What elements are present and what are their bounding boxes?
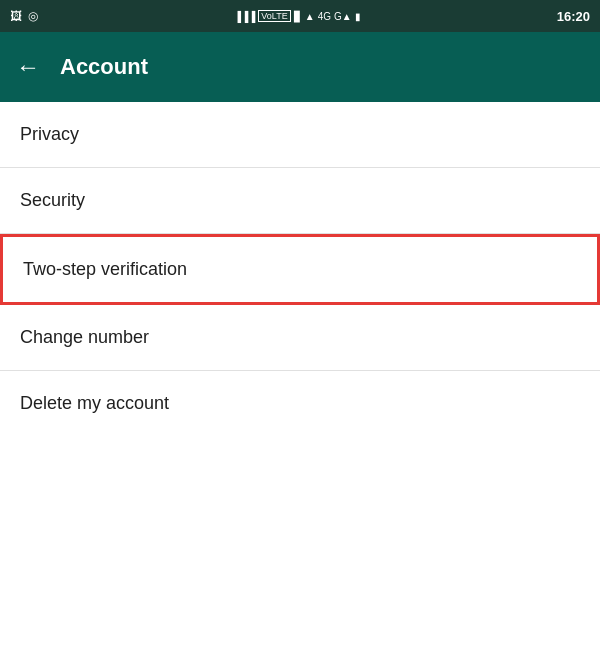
battery-indicator-icon: ▊ bbox=[294, 11, 302, 22]
page-title: Account bbox=[60, 54, 148, 80]
status-bar: 🖼 ◎ ▐▐▐ VoLTE ▊ ▲ 4G G▲ ▮ 16:20 bbox=[0, 0, 600, 32]
account-menu-list: PrivacySecurityTwo-step verificationChan… bbox=[0, 102, 600, 436]
whatsapp-icon: ◎ bbox=[28, 9, 38, 23]
back-button[interactable]: ← bbox=[16, 55, 40, 79]
status-center-icons: ▐▐▐ VoLTE ▊ ▲ 4G G▲ ▮ bbox=[234, 10, 361, 22]
clock: 16:20 bbox=[557, 9, 590, 24]
signal-icon: ▐▐▐ bbox=[234, 11, 255, 22]
volte-icon: VoLTE bbox=[258, 10, 290, 22]
status-left-icons: 🖼 ◎ bbox=[10, 9, 38, 23]
time-display: 16:20 bbox=[557, 9, 590, 24]
4g-icon: 4G bbox=[318, 11, 331, 22]
app-bar: ← Account bbox=[0, 32, 600, 102]
menu-item-change-number[interactable]: Change number bbox=[0, 305, 600, 371]
menu-item-two-step-verification[interactable]: Two-step verification bbox=[0, 234, 600, 305]
menu-item-privacy[interactable]: Privacy bbox=[0, 102, 600, 168]
gallery-icon: 🖼 bbox=[10, 9, 22, 23]
menu-item-security[interactable]: Security bbox=[0, 168, 600, 234]
battery-icon: ▮ bbox=[355, 11, 361, 22]
menu-item-delete-account[interactable]: Delete my account bbox=[0, 371, 600, 436]
wifi-icon: ▲ bbox=[305, 11, 315, 22]
network-g-icon: G▲ bbox=[334, 11, 352, 22]
